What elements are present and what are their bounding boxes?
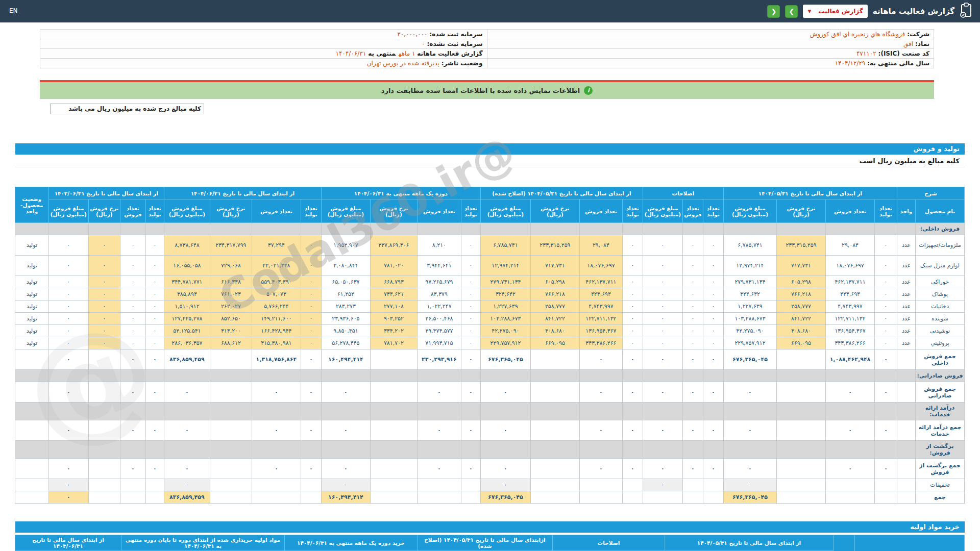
value-cell: ۰ [643,459,682,479]
value-cell: ۰ [48,300,88,313]
value-cell: ۳۸۵,۸۹۴ [164,288,210,300]
section-row: فروش صادراتی: [15,370,964,382]
value-cell: ۰ [145,420,164,441]
value-cell: ۳,۹۴۴,۶۴۱ [417,256,461,276]
row-label: ملزومات/تجهیزات [916,235,965,256]
value-cell: ۵۶,۲۷۸,۴۴۵ [321,337,370,349]
language-switch-en[interactable]: EN [9,7,18,14]
section-cell [703,441,723,459]
value-cell: ۰ [417,382,461,403]
value-cell: ۱۰۳,۲۸۸,۶۷۳ [723,313,776,325]
value-cell: ۳۰۸,۶۸۰ [530,325,579,337]
section-cell [897,441,916,459]
section-cell [643,370,682,382]
section-cell [723,223,776,235]
section-cell [643,441,682,459]
value-cell: ۰ [622,235,643,256]
status-cell: تولید [15,288,48,300]
next-report-button[interactable]: ❯ [785,5,798,18]
section-cell [461,370,480,382]
info-value: ۱۴۰۴/۰۶/۳۱ [336,50,366,57]
value-cell: ۰ [480,459,530,479]
value-cell: ۰ [643,420,682,441]
value-cell: ۸,۷۳۸,۶۴۸ [164,235,210,256]
section-cell [145,441,164,459]
value-cell: ۲۸۶,۰۳۶,۳۵۷ [164,337,210,349]
status-cell [15,491,48,504]
value-cell [777,382,826,403]
value-cell: ۰ [643,288,682,300]
report-type-dropdown[interactable]: گزارش فعالیت ▼ [803,5,867,18]
amounts-note-input[interactable]: کلیه مبالغ درج شده به میلیون ریال می باش… [50,104,204,114]
value-cell: ۱,۰۸۸,۴۶۲,۹۴۸ [826,349,875,370]
section-cell [370,223,417,235]
section-label: فروش داخلی: [916,223,965,235]
value-cell: ۰ [643,256,682,276]
value-cell: ۲۳۰,۲۹۳,۹۱۶ [417,349,461,370]
section-cell [301,370,321,382]
value-cell: ۶۶۸,۷۹۳ [370,276,417,288]
value-cell: ۶۷۶,۳۶۵,۰۴۵ [723,491,776,504]
value-cell: ۱,۳۱۸,۷۵۶,۸۶۴ [252,349,301,370]
unit-cell [897,349,916,370]
value-cell: ۰ [480,479,530,491]
column-5-1: تعداد فروش [120,199,145,223]
status-cell: تولید [15,256,48,276]
section-cell [301,441,321,459]
value-cell: ۰ [643,382,682,403]
section-cell [88,403,120,420]
value-cell: ۰ [622,337,643,349]
company-info-table: شرکت:فروشگاه هاي زنجيره اي افق كوروشسرما… [40,29,934,68]
unit-cell: عدد [897,300,916,313]
value-cell: ۰ [88,325,120,337]
value-cell: ۷۳۴,۶۲۱ [370,288,417,300]
value-cell: ۰ [682,325,703,337]
section-cell [622,370,643,382]
value-cell: ۶۶۹,۰۹۵ [777,337,826,349]
row-label: تخفیفات [916,479,965,491]
value-cell [777,479,826,491]
column-5-3: مبلغ فروش (میلیون ریال) [48,199,88,223]
unit-cell: عدد [897,276,916,288]
column-1-1: تعداد فروش [682,199,703,223]
section-cell [703,223,723,235]
row-label: شوینده [916,313,965,325]
column-group-5: از ابتدای سال مالی تا تاریخ ۱۴۰۳/۰۶/۳۱ [48,187,164,199]
value-cell: ۶۷۶,۳۶۵,۰۴۵ [723,349,776,370]
column-group-0: از ابتدای سال مالی تا تاریخ ۱۴۰۴/۰۵/۳۱ [665,535,834,551]
value-cell: ۰ [703,325,723,337]
header-group-row: شرحاز ابتدای سال مالی تا تاریخ ۱۴۰۴/۰۵/۳… [15,187,964,199]
section-cell [164,403,210,420]
value-cell: ۰ [682,349,703,370]
value-cell: ۷۱۷,۷۳۱ [530,256,579,276]
section-cell [120,403,145,420]
report-type-dropdown-label: گزارش فعالیت [818,8,863,15]
section-cell [461,403,480,420]
value-cell: ۰ [875,300,897,313]
value-cell: ۰ [480,420,530,441]
unit-cell: عدد [897,288,916,300]
value-cell: ۰ [875,337,897,349]
info-cell-right: سال مالی منتهی به:۱۴۰۴/۱۲/۲۹ [487,59,934,68]
section-cell [48,441,88,459]
value-cell: ۰ [579,382,622,403]
value-cell: ۰ [164,459,210,479]
value-cell: ۰ [301,288,321,300]
value-cell: ۳۲۴,۶۴۲ [723,288,776,300]
value-cell [826,491,875,504]
value-cell: ۰ [120,420,145,441]
value-cell: ۰ [164,420,210,441]
value-cell: ۷۶۶,۲۱۸ [777,288,826,300]
value-cell: ۳۴۳,۳۸۶,۲۶۶ [826,337,875,349]
section-cell [252,370,301,382]
info-value: فروشگاه هاي زنجيره اي افق كوروش [810,31,905,38]
prev-report-button[interactable]: ❮ [767,5,780,18]
value-cell: ۰ [48,276,88,288]
section-cell [48,223,88,235]
value-cell [252,491,301,504]
value-cell: ۰ [48,349,88,370]
value-cell [145,491,164,504]
value-cell: ۰ [622,382,643,403]
value-cell: ۲۳۷,۸۶۹,۳۰۶ [370,235,417,256]
section-cell [530,370,579,382]
